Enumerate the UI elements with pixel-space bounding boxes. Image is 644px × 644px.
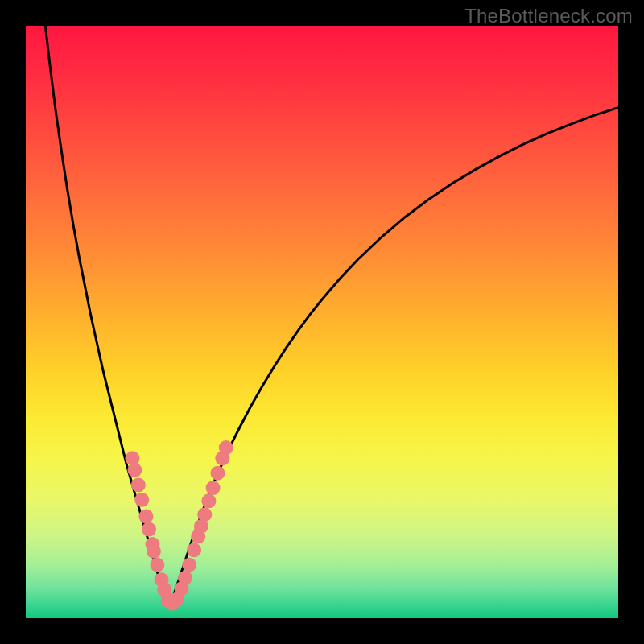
curve-dot <box>131 477 146 492</box>
curve-dot <box>147 544 161 559</box>
curve-dot <box>150 558 164 572</box>
curve-dot <box>138 509 153 523</box>
curve-dot <box>178 571 192 585</box>
right-curve <box>168 108 618 607</box>
curve-dots <box>125 440 233 611</box>
curve-dot <box>201 493 216 508</box>
curve-dot <box>187 543 201 557</box>
watermark-text: TheBottleneck.com <box>464 5 633 27</box>
curve-dot <box>134 493 149 507</box>
curve-dot <box>206 481 221 495</box>
curve-dot <box>219 440 233 455</box>
curve-dot <box>182 558 196 572</box>
plot-area <box>26 26 618 618</box>
curve-dot <box>127 463 142 477</box>
curve-dot <box>142 522 156 537</box>
curves-svg <box>26 26 618 618</box>
curve-dot <box>197 507 212 522</box>
chart-frame: TheBottleneck.com <box>0 0 644 644</box>
curve-dot <box>210 466 225 481</box>
